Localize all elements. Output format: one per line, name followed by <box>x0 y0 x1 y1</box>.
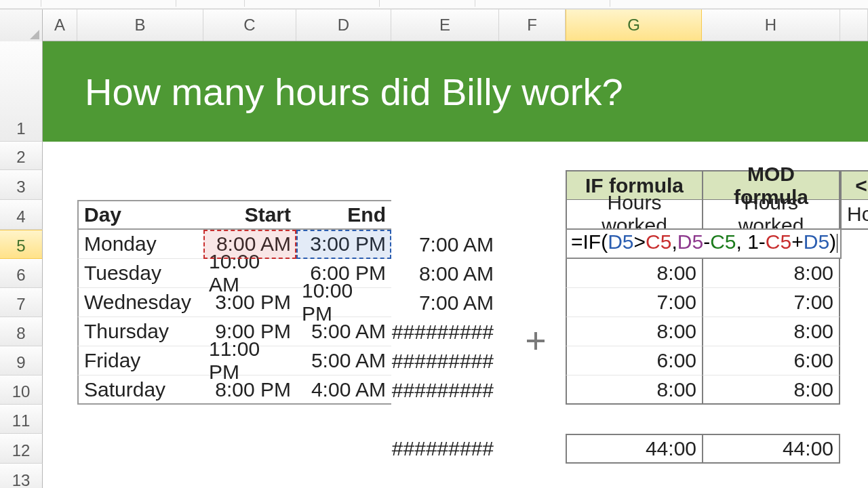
select-all-corner[interactable] <box>0 9 43 42</box>
cell-H12[interactable]: 44:00 <box>702 434 840 464</box>
cell-G7[interactable]: 7:00 <box>566 288 702 317</box>
cell-B8[interactable]: Thursday <box>77 317 203 346</box>
cell-D4[interactable]: End <box>296 200 391 230</box>
cell-H6[interactable]: 8:00 <box>702 259 840 288</box>
cell-C7[interactable]: 3:00 PM <box>203 288 296 317</box>
cell-D10[interactable]: 4:00 AM <box>296 375 391 405</box>
cell-B4[interactable]: Day <box>77 200 203 230</box>
col-header-e[interactable]: E <box>391 9 499 41</box>
cell-H7[interactable]: 7:00 <box>702 288 840 317</box>
col-header-h[interactable]: H <box>702 9 840 41</box>
row-header-9[interactable]: 9 <box>0 346 43 375</box>
title-text: How many hours did Billy work? <box>85 70 623 114</box>
title-banner: How many hours did Billy work? <box>43 41 868 142</box>
cell-B6[interactable]: Tuesday <box>77 259 203 288</box>
cell-cursor-icon <box>527 332 545 350</box>
cell-C6[interactable]: 10:00 AM <box>203 259 296 288</box>
row-header-7[interactable]: 7 <box>0 288 43 317</box>
cell-E6[interactable]: 8:00 AM <box>391 259 499 288</box>
cell-I4-partial[interactable]: Hou <box>840 200 868 230</box>
row-header-10[interactable]: 10 <box>0 375 43 405</box>
cell-D8[interactable]: 5:00 AM <box>296 317 391 346</box>
col-header-overflow <box>840 9 868 41</box>
row-header-12[interactable]: 12 <box>0 434 43 464</box>
cell-C9[interactable]: 11:00 PM <box>203 346 296 375</box>
cell-H4[interactable]: Hours worked <box>702 200 840 230</box>
cell-G9[interactable]: 6:00 <box>566 346 702 375</box>
row-header-1[interactable]: 1 <box>0 41 43 142</box>
cell-B5[interactable]: Monday <box>77 230 203 259</box>
row-header-6[interactable]: 6 <box>0 259 43 288</box>
cell-C4[interactable]: Start <box>203 200 296 230</box>
row-header-8[interactable]: 8 <box>0 317 43 346</box>
cell-E7[interactable]: 7:00 AM <box>391 288 499 317</box>
cell-H8[interactable]: 8:00 <box>702 317 840 346</box>
row-header-4[interactable]: 4 <box>0 200 43 230</box>
row-header-13[interactable]: 13 <box>0 464 43 488</box>
ribbon-sliver <box>0 0 868 9</box>
cell-G12[interactable]: 44:00 <box>566 434 702 464</box>
cell-H9[interactable]: 6:00 <box>702 346 840 375</box>
cell-H10[interactable]: 8:00 <box>702 375 840 405</box>
cell-I3-partial[interactable]: < <box>840 170 868 200</box>
row-header-2[interactable]: 2 <box>0 142 43 170</box>
cell-G4[interactable]: Hours worked <box>566 200 702 230</box>
cell-B10[interactable]: Saturday <box>77 375 203 405</box>
cell-C10[interactable]: 8:00 PM <box>203 375 296 405</box>
row-header-11[interactable]: 11 <box>0 405 43 434</box>
col-header-d[interactable]: D <box>296 9 391 41</box>
col-header-b[interactable]: B <box>77 9 203 41</box>
cell-E8[interactable]: ######### <box>391 317 499 346</box>
column-headers: ABCDEFGH <box>0 9 868 41</box>
row-header-3[interactable]: 3 <box>0 170 43 200</box>
cell-E9[interactable]: ######### <box>391 346 499 375</box>
cell-G6[interactable]: 8:00 <box>566 259 702 288</box>
cell-D5[interactable]: 3:00 PM <box>296 230 391 259</box>
row-headers: 12345678910111213 <box>0 41 43 488</box>
col-header-a[interactable]: A <box>43 9 77 41</box>
cell-E5[interactable]: 7:00 AM <box>391 230 499 259</box>
cell-D7[interactable]: 10:00 PM <box>296 288 391 317</box>
cell-D9[interactable]: 5:00 AM <box>296 346 391 375</box>
cell-B7[interactable]: Wednesday <box>77 288 203 317</box>
col-header-f[interactable]: F <box>499 9 566 41</box>
cell-G10[interactable]: 8:00 <box>566 375 702 405</box>
col-header-g[interactable]: G <box>566 9 702 41</box>
row-header-5[interactable]: 5 <box>0 230 43 259</box>
formula-inline-editor[interactable]: =IF(D5>C5,D5-C5, 1-C5+D5) <box>566 228 842 259</box>
cell-E12[interactable]: ######### <box>391 434 499 464</box>
cell-G8[interactable]: 8:00 <box>566 317 702 346</box>
cell-E10[interactable]: ######### <box>391 375 499 405</box>
cell-B9[interactable]: Friday <box>77 346 203 375</box>
col-header-c[interactable]: C <box>203 9 296 41</box>
